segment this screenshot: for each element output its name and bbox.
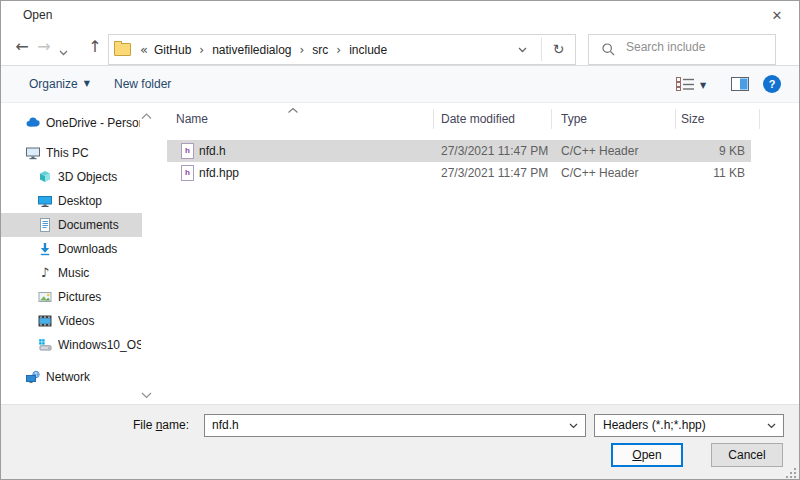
column-divider[interactable] — [551, 109, 552, 129]
sidebar-item-downloads[interactable]: Downloads — [1, 237, 142, 261]
document-icon — [37, 217, 53, 233]
file-name-label: File name: — [133, 414, 189, 437]
file-name-combobox[interactable] — [204, 414, 586, 437]
sidebar-item-onedrive[interactable]: OneDrive - Person — [1, 111, 142, 135]
download-arrow-icon — [37, 241, 53, 257]
up-button[interactable]: ↑ — [85, 37, 105, 57]
chevron-down-icon: ▼ — [700, 81, 706, 90]
chevron-down-icon: ▼ — [84, 79, 90, 88]
sidebar-item-this-pc[interactable]: This PC — [1, 141, 142, 165]
header-file-icon: h — [181, 165, 194, 181]
column-divider[interactable] — [675, 109, 676, 129]
address-bar[interactable]: « GitHub › nativefiledialog › src › incl… — [108, 34, 576, 65]
sidebar-item-videos[interactable]: Videos — [1, 309, 142, 333]
network-icon — [25, 369, 41, 385]
open-dialog: Open ✕ ← → ↑ « GitHub › nativefiledialog… — [0, 0, 800, 480]
folder-icon — [114, 43, 131, 56]
change-view-button[interactable]: ▼ — [669, 66, 715, 102]
sidebar-item-documents[interactable]: Documents — [1, 213, 142, 237]
forward-button[interactable]: → — [34, 37, 54, 57]
address-dropdown-button[interactable] — [509, 35, 535, 64]
chevron-down-icon — [767, 423, 776, 429]
file-type-filter-dropdown[interactable]: Headers (*.h;*.hpp) — [594, 414, 784, 437]
column-header-size[interactable]: Size — [681, 105, 704, 133]
resize-grip[interactable] — [785, 467, 797, 479]
column-header-type[interactable]: Type — [561, 105, 587, 133]
breadcrumb-item-src[interactable]: src — [310, 43, 330, 57]
new-folder-button[interactable]: New folder — [114, 66, 171, 102]
command-bar: Organize▼ New folder ▼ ? — [1, 65, 799, 103]
sidebar-item-network[interactable]: Network — [1, 365, 142, 389]
refresh-icon: ↻ — [553, 41, 565, 57]
breadcrumb: « GitHub › nativefiledialog › src › incl… — [114, 35, 389, 64]
chevron-up-icon — [141, 113, 152, 120]
sidebar-item-3d-objects[interactable]: 3D Objects — [1, 165, 142, 189]
open-button[interactable]: Open — [611, 443, 683, 467]
back-button[interactable]: ← — [11, 37, 33, 57]
close-icon: ✕ — [772, 8, 783, 23]
music-note-icon: ♪ — [37, 265, 53, 281]
sidebar-item-windows10-os[interactable]: Windows10_OS ( — [1, 333, 142, 357]
film-icon — [37, 313, 53, 329]
3d-cube-icon — [37, 169, 53, 185]
file-row-nfd-hpp[interactable]: h nfd.hpp 27/3/2021 11:47 PM C/C++ Heade… — [167, 162, 751, 184]
arrow-up-icon: ↑ — [88, 37, 101, 56]
desktop-icon — [37, 193, 53, 209]
cancel-button[interactable]: Cancel — [711, 443, 783, 467]
chevron-down-icon — [569, 423, 578, 429]
chevron-down-icon — [518, 47, 527, 53]
sort-ascending-icon — [287, 103, 299, 117]
picture-icon — [37, 289, 53, 305]
breadcrumb-item-include[interactable]: include — [347, 43, 389, 57]
chevron-down-icon — [141, 392, 152, 399]
hard-drive-icon — [37, 337, 53, 353]
help-icon: ? — [763, 75, 781, 93]
onedrive-cloud-icon — [25, 115, 41, 131]
breadcrumb-separator-icon: › — [199, 43, 204, 57]
breadcrumb-separator-icon: › — [336, 43, 341, 57]
chevron-down-icon — [59, 50, 68, 56]
help-button[interactable]: ? — [758, 66, 788, 102]
preview-pane-icon — [731, 77, 749, 91]
arrow-right-icon: → — [37, 37, 50, 56]
file-name-input[interactable] — [210, 417, 559, 433]
sidebar-item-pictures[interactable]: Pictures — [1, 285, 142, 309]
breadcrumb-separator-icon: › — [300, 43, 305, 57]
column-divider[interactable] — [433, 109, 434, 129]
sidebar-item-desktop[interactable]: Desktop — [1, 189, 142, 213]
breadcrumb-item-nativefiledialog[interactable]: nativefiledialog — [210, 43, 293, 57]
file-row-nfd-h[interactable]: h nfd.h 27/3/2021 11:47 PM C/C++ Header … — [167, 140, 751, 162]
organize-button[interactable]: Organize▼ — [29, 66, 90, 102]
column-header-date-modified[interactable]: Date modified — [441, 105, 515, 133]
preview-pane-button[interactable] — [725, 66, 755, 102]
search-icon — [602, 43, 615, 56]
header-file-icon: h — [181, 143, 194, 159]
computer-icon — [25, 145, 41, 161]
column-header-name[interactable]: Name — [176, 105, 208, 133]
scrollbar-down-button[interactable] — [141, 388, 152, 402]
dialog-footer: File name: Headers (*.h;*.hpp) Open Canc… — [1, 404, 799, 480]
search-input[interactable] — [624, 39, 768, 55]
window-title: Open — [23, 8, 52, 22]
column-divider[interactable] — [759, 109, 760, 129]
breadcrumb-item-github[interactable]: GitHub — [152, 43, 193, 57]
scrollbar-up-button[interactable] — [141, 109, 152, 123]
search-box[interactable] — [588, 34, 776, 65]
recent-locations-button[interactable] — [59, 45, 68, 59]
close-button[interactable]: ✕ — [764, 5, 790, 27]
details-view-icon — [676, 77, 695, 91]
breadcrumb-overflow[interactable]: « — [140, 42, 148, 57]
refresh-button[interactable]: ↻ — [542, 35, 575, 64]
arrow-left-icon: ← — [15, 37, 28, 56]
sidebar-item-music[interactable]: ♪ Music — [1, 261, 142, 285]
